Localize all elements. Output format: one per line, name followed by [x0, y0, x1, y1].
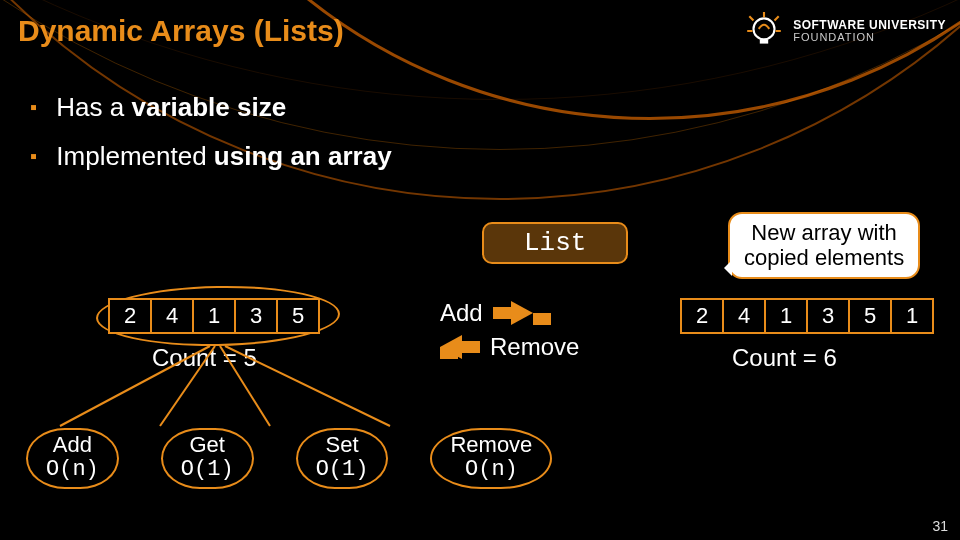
op-name: Add: [53, 432, 92, 457]
svg-line-4: [225, 346, 390, 426]
array-cell: 3: [806, 298, 850, 334]
count-after: Count = 6: [732, 344, 837, 372]
op-remove: RemoveO(n): [430, 428, 552, 489]
bubble-line1: New array with: [751, 220, 896, 245]
array-cell: 4: [722, 298, 766, 334]
list-type-label: List: [482, 222, 628, 264]
bullet-2-bold: using an array: [214, 141, 392, 171]
softuni-logo: SOFTWARE UNIVERSITY FOUNDATION: [743, 10, 946, 52]
array-cell: 2: [680, 298, 724, 334]
array-cell: 1: [764, 298, 808, 334]
callout-bubble: New array with copied elements: [728, 212, 920, 279]
operations-row: AddO(n) GetO(1) SetO(1) RemoveO(n): [26, 428, 552, 489]
op-complexity: O(n): [450, 457, 532, 482]
bullet-1-text: Has a: [56, 92, 131, 122]
logo-text-sub: FOUNDATION: [793, 32, 946, 44]
bullet-2: Implemented using an array: [30, 141, 392, 172]
logo-text-main: SOFTWARE UNIVERSITY: [793, 19, 946, 32]
bullet-list: Has a variable size Implemented using an…: [30, 92, 392, 190]
lightbulb-icon: [743, 10, 785, 52]
remove-label: Remove: [490, 333, 579, 361]
array-after: 2 4 1 3 5 1: [680, 298, 934, 334]
op-set: SetO(1): [296, 428, 389, 489]
op-name: Set: [326, 432, 359, 457]
slide-number: 31: [932, 518, 948, 534]
array-cell: 1: [890, 298, 934, 334]
op-name: Get: [189, 432, 224, 457]
slide-title: Dynamic Arrays (Lists): [18, 14, 344, 48]
op-get: GetO(1): [161, 428, 254, 489]
op-complexity: O(n): [46, 457, 99, 482]
bullet-1-bold: variable size: [131, 92, 286, 122]
bullet-1: Has a variable size: [30, 92, 392, 123]
op-add: AddO(n): [26, 428, 119, 489]
op-complexity: O(1): [316, 457, 369, 482]
bullet-2-text: Implemented: [56, 141, 214, 171]
op-complexity: O(1): [181, 457, 234, 482]
array-cell: 5: [848, 298, 892, 334]
svg-line-3: [220, 346, 270, 426]
bubble-line2: copied elements: [744, 245, 904, 270]
op-name: Remove: [450, 432, 532, 457]
svg-point-0: [754, 18, 775, 39]
arrow-right-icon: [493, 301, 533, 325]
